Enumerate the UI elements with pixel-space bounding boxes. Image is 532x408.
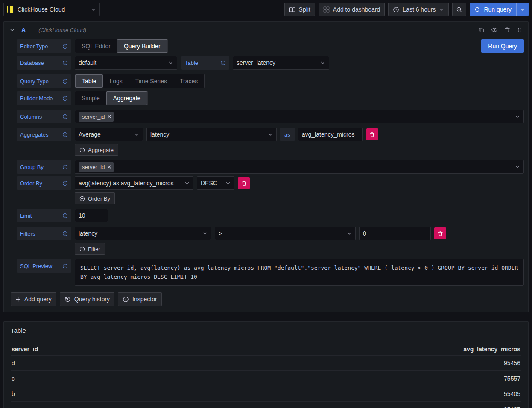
- chip-label: server_id: [82, 114, 105, 120]
- cell-server-id: c: [11, 371, 266, 386]
- remove-filter-button[interactable]: [434, 227, 446, 239]
- chevron-down-icon: [134, 132, 139, 137]
- select-value: >: [219, 230, 222, 237]
- chevron-down-icon: [515, 114, 520, 119]
- aggregate-function-select[interactable]: Average: [75, 128, 143, 141]
- zoom-out-button[interactable]: [452, 3, 466, 16]
- cell-server-id: a: [11, 402, 266, 408]
- field-label-order-by: Order By: [17, 176, 71, 190]
- columns-multiselect[interactable]: server_id: [75, 110, 524, 123]
- field-row-columns: Columns server_id: [17, 110, 524, 123]
- datasource-picker[interactable]: ClickHouse Cloud: [3, 3, 100, 16]
- cell-server-id: d: [11, 356, 266, 370]
- run-query-button[interactable]: Run query: [470, 3, 529, 16]
- order-by-field-select[interactable]: avg(latency) as avg_latency_micros: [75, 176, 193, 190]
- info-icon[interactable]: [220, 60, 226, 66]
- info-icon[interactable]: [62, 44, 68, 49]
- aggregate-column-select[interactable]: latency: [146, 128, 277, 141]
- aggregate-alias-input[interactable]: [298, 128, 363, 141]
- database-select[interactable]: default: [75, 56, 177, 70]
- field-row-add-order-by: Order By: [75, 192, 524, 204]
- field-label-text: Filters: [20, 230, 35, 237]
- chevron-down-icon: [268, 132, 273, 137]
- field-row-editor-type: Editor Type SQL Editor Query Builder Run…: [17, 39, 524, 53]
- remove-aggregate-button[interactable]: [366, 128, 378, 140]
- limit-input[interactable]: [75, 209, 108, 222]
- builder-mode-radio-group: Simple Aggregate: [75, 91, 148, 105]
- query-history-button[interactable]: Query history: [60, 292, 114, 306]
- remove-order-by-button[interactable]: [238, 177, 250, 189]
- clock-icon: [393, 6, 399, 13]
- editor-type-option-sql-editor[interactable]: SQL Editor: [75, 39, 117, 53]
- builder-mode-option-aggregate[interactable]: Aggregate: [106, 91, 148, 105]
- field-label-text: Editor Type: [20, 43, 48, 50]
- split-button[interactable]: Split: [284, 3, 315, 16]
- add-filter-label: Filter: [88, 246, 100, 252]
- inspector-button[interactable]: Inspector: [118, 292, 162, 306]
- query-type-option-table[interactable]: Table: [75, 74, 103, 88]
- info-icon[interactable]: [62, 164, 68, 170]
- info-icon[interactable]: [62, 213, 68, 219]
- plus-circle-icon: [79, 196, 85, 201]
- builder-mode-option-simple[interactable]: Simple: [75, 91, 106, 105]
- table-header-row: server_id avg_latency_micros: [11, 343, 521, 356]
- panel-run-query-button[interactable]: Run Query: [481, 39, 524, 53]
- info-icon[interactable]: [62, 60, 68, 66]
- toggle-visibility-eye-icon[interactable]: [491, 26, 498, 33]
- field-label-text: Aggregates: [20, 131, 49, 138]
- run-query-dropdown-toggle[interactable]: [517, 3, 529, 16]
- table-row: d 95456: [11, 356, 521, 371]
- field-row-group-by: Group By server_id: [17, 160, 524, 174]
- duplicate-query-icon[interactable]: [478, 27, 485, 33]
- column-header-avg-latency-micros[interactable]: avg_latency_micros: [463, 346, 520, 353]
- info-icon[interactable]: [62, 114, 68, 119]
- query-type-option-logs[interactable]: Logs: [103, 74, 129, 88]
- field-row-database-table: Database default Table: [17, 56, 524, 70]
- cell-avg-latency: 95456: [266, 356, 521, 370]
- time-range-picker[interactable]: Last 6 hours: [388, 3, 449, 16]
- order-by-direction-select[interactable]: DESC: [197, 176, 234, 190]
- field-label-text: Database: [20, 60, 44, 66]
- editor-footer: Add query Query history Inspector: [11, 292, 524, 306]
- delete-query-trash-icon[interactable]: [504, 27, 510, 33]
- collapse-query-icon[interactable]: [10, 28, 15, 32]
- field-row-add-aggregate: Aggregate: [75, 144, 524, 156]
- column-header-server-id[interactable]: server_id: [12, 346, 38, 353]
- editor-type-option-query-builder[interactable]: Query Builder: [117, 39, 167, 53]
- info-icon[interactable]: [62, 181, 68, 186]
- filter-operator-select[interactable]: >: [215, 227, 356, 240]
- field-row-add-filter: Filter: [75, 243, 524, 255]
- remove-chip-icon[interactable]: [108, 165, 111, 169]
- datasource-name: ClickHouse Cloud: [18, 6, 88, 13]
- select-value: default: [79, 59, 96, 66]
- info-icon[interactable]: [62, 96, 68, 101]
- info-icon[interactable]: [62, 263, 68, 269]
- query-type-option-time-series[interactable]: Time Series: [129, 74, 173, 88]
- add-order-by-button[interactable]: Order By: [75, 192, 115, 204]
- chevron-down-icon: [225, 181, 231, 186]
- table-row: a 35127: [11, 402, 521, 408]
- add-query-button[interactable]: Add query: [11, 292, 56, 306]
- drag-handle-icon[interactable]: [517, 27, 522, 33]
- query-history-label: Query history: [74, 296, 110, 303]
- field-row-order-by: Order By avg(latency) as avg_latency_mic…: [17, 176, 524, 190]
- info-icon[interactable]: [62, 231, 68, 236]
- info-icon[interactable]: [62, 132, 68, 137]
- chevron-down-icon: [91, 7, 96, 12]
- add-order-by-label: Order By: [88, 195, 110, 202]
- history-icon: [64, 296, 71, 303]
- remove-chip-icon[interactable]: [108, 115, 111, 118]
- info-circle-icon: [123, 296, 129, 303]
- query-type-option-traces[interactable]: Traces: [173, 74, 204, 88]
- filter-column-select[interactable]: latency: [75, 227, 211, 240]
- split-icon: [289, 6, 295, 13]
- add-aggregate-button[interactable]: Aggregate: [75, 144, 118, 156]
- info-icon[interactable]: [62, 79, 68, 84]
- group-by-multiselect[interactable]: server_id: [75, 160, 524, 174]
- field-label-text: SQL Preview: [20, 263, 52, 269]
- table-select[interactable]: server_latency: [233, 56, 329, 70]
- field-row-limit: Limit: [17, 209, 524, 222]
- filter-value-input[interactable]: [359, 227, 431, 240]
- add-to-dashboard-button[interactable]: Add to dashboard: [319, 3, 385, 16]
- add-filter-button[interactable]: Filter: [75, 243, 105, 255]
